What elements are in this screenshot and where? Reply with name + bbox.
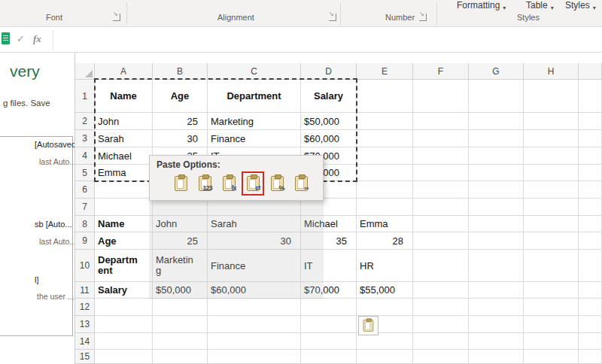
cell-G8[interactable] bbox=[469, 216, 524, 232]
paste-option-paste-formatting[interactable]: % bbox=[266, 171, 288, 196]
cell-E3[interactable] bbox=[357, 130, 413, 147]
cell-E10[interactable]: HR bbox=[357, 250, 413, 282]
cell-H4[interactable] bbox=[524, 147, 579, 165]
cell-H7[interactable] bbox=[524, 199, 579, 216]
column-header-A[interactable]: A bbox=[95, 63, 153, 80]
cell-D1[interactable]: Salary bbox=[301, 80, 357, 113]
cell-E12[interactable] bbox=[357, 299, 413, 316]
formula-input[interactable] bbox=[54, 27, 602, 52]
cell-E2[interactable] bbox=[357, 113, 413, 130]
row-header-15[interactable]: 15 bbox=[75, 350, 95, 364]
row-header-2[interactable]: 2 bbox=[75, 113, 95, 130]
cell-F6[interactable] bbox=[413, 181, 469, 199]
cell-D15[interactable] bbox=[301, 350, 357, 364]
cell-G11[interactable] bbox=[469, 282, 524, 299]
cell-G12[interactable] bbox=[469, 299, 524, 316]
cell-X8[interactable] bbox=[579, 216, 602, 232]
cell-B13[interactable] bbox=[153, 316, 208, 333]
column-header-F[interactable]: F bbox=[413, 63, 469, 80]
row-header-8[interactable]: 8 bbox=[75, 216, 95, 232]
cell-A1[interactable]: Name bbox=[95, 80, 153, 113]
paste-option-paste[interactable] bbox=[169, 171, 192, 196]
cell-A7[interactable] bbox=[95, 199, 153, 216]
button-format-as-table[interactable]: Table bbox=[526, 0, 554, 11]
cell-F3[interactable] bbox=[413, 130, 469, 147]
row-header-7[interactable]: 7 bbox=[75, 199, 95, 216]
cell-D9[interactable]: 35 bbox=[301, 232, 357, 250]
cell-H14[interactable] bbox=[524, 333, 579, 350]
row-header-5[interactable]: 5 bbox=[75, 165, 95, 181]
cell-C10[interactable]: Finance bbox=[208, 250, 301, 282]
cell-A2[interactable]: John bbox=[95, 113, 153, 130]
cell-G4[interactable] bbox=[469, 147, 524, 165]
paste-options-smart-tag[interactable] bbox=[358, 316, 379, 335]
cell-E1[interactable] bbox=[357, 80, 413, 113]
row-header-6[interactable]: 6 bbox=[75, 181, 95, 199]
cell-D11[interactable]: $70,000 bbox=[301, 282, 357, 299]
cell-G3[interactable] bbox=[469, 130, 524, 147]
cell-G13[interactable] bbox=[469, 316, 524, 333]
paste-option-transpose[interactable]: ⇄ bbox=[242, 171, 264, 196]
cell-C3[interactable]: Finance bbox=[208, 130, 301, 147]
cell-F14[interactable] bbox=[413, 333, 469, 350]
cell-B12[interactable] bbox=[153, 299, 208, 316]
cell-D10[interactable]: IT bbox=[301, 250, 357, 282]
cell-X5[interactable] bbox=[579, 165, 602, 181]
column-header-B[interactable]: B bbox=[153, 63, 208, 80]
cell-E15[interactable] bbox=[357, 350, 413, 364]
row-header-12[interactable]: 12 bbox=[75, 299, 95, 316]
cell-G6[interactable] bbox=[469, 181, 524, 199]
cell-D2[interactable]: $50,000 bbox=[301, 113, 357, 130]
cell-H6[interactable] bbox=[524, 181, 579, 199]
cell-X4[interactable] bbox=[579, 147, 602, 165]
column-header-D[interactable]: D bbox=[301, 63, 357, 80]
cell-X6[interactable] bbox=[579, 181, 602, 199]
cell-C7[interactable] bbox=[208, 199, 301, 216]
cell-B15[interactable] bbox=[153, 350, 208, 364]
cell-X15[interactable] bbox=[579, 350, 602, 364]
cell-F5[interactable] bbox=[413, 165, 469, 181]
column-header-overflow[interactable] bbox=[579, 63, 602, 80]
cell-B8[interactable]: John bbox=[153, 216, 208, 232]
cell-B3[interactable]: 30 bbox=[153, 130, 208, 147]
cell-H8[interactable] bbox=[524, 216, 579, 232]
cell-D12[interactable] bbox=[301, 299, 357, 316]
cell-D8[interactable]: Michael bbox=[301, 216, 357, 232]
dialog-launcher-font-icon[interactable] bbox=[113, 14, 120, 21]
cell-X13[interactable] bbox=[579, 316, 602, 333]
paste-option-paste-link[interactable]: ∞ bbox=[290, 171, 312, 196]
cell-E8[interactable]: Emma bbox=[357, 216, 413, 232]
dialog-launcher-alignment-icon[interactable] bbox=[329, 14, 336, 21]
cell-D14[interactable] bbox=[301, 333, 357, 350]
paste-option-paste-formulas[interactable]: fx bbox=[217, 171, 240, 196]
cell-X3[interactable] bbox=[579, 130, 602, 147]
cell-A3[interactable]: Sarah bbox=[95, 130, 153, 147]
cell-X9[interactable] bbox=[579, 232, 602, 250]
cell-G14[interactable] bbox=[469, 333, 524, 350]
cell-H2[interactable] bbox=[524, 113, 579, 130]
paste-option-paste-values[interactable]: 123 bbox=[193, 171, 216, 196]
cell-E9[interactable]: 28 bbox=[357, 232, 413, 250]
cell-B2[interactable]: 25 bbox=[153, 113, 208, 130]
button-conditional-formatting[interactable]: Formatting bbox=[457, 0, 506, 11]
cell-F8[interactable] bbox=[413, 216, 469, 232]
row-header-9[interactable]: 9 bbox=[75, 232, 95, 250]
cell-F9[interactable] bbox=[413, 232, 469, 250]
cell-X7[interactable] bbox=[579, 199, 602, 216]
select-all-corner[interactable] bbox=[75, 63, 95, 80]
cell-F10[interactable] bbox=[413, 250, 469, 282]
row-header-13[interactable]: 13 bbox=[75, 316, 95, 333]
cell-F11[interactable] bbox=[413, 282, 469, 299]
cell-F12[interactable] bbox=[413, 299, 469, 316]
row-header-14[interactable]: 14 bbox=[75, 333, 95, 350]
cell-C15[interactable] bbox=[208, 350, 301, 364]
cell-G10[interactable] bbox=[469, 250, 524, 282]
cell-D7[interactable] bbox=[301, 199, 357, 216]
cell-F1[interactable] bbox=[413, 80, 469, 113]
cell-E5[interactable] bbox=[357, 165, 413, 181]
column-header-C[interactable]: C bbox=[208, 63, 301, 80]
cell-X14[interactable] bbox=[579, 333, 602, 350]
cell-A13[interactable] bbox=[95, 316, 153, 333]
cell-X2[interactable] bbox=[579, 113, 602, 130]
cell-X10[interactable] bbox=[579, 250, 602, 282]
